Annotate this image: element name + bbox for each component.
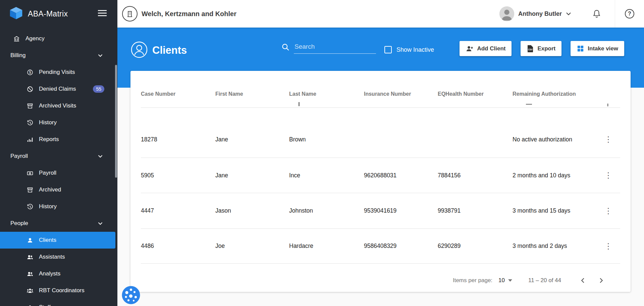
sidebar-item-clients[interactable]: Clients (0, 232, 115, 249)
sidebar-item-label: Agency (25, 35, 45, 42)
csv-file-icon: CSV (527, 45, 534, 53)
table-row[interactable]: 4447 Jason Johnston 9539041619 9938791 3… (141, 193, 620, 229)
chevron-down-icon (98, 222, 103, 225)
top-header: Welch, Kertzmann and Kohler Anthony Butl… (117, 0, 644, 28)
history-clock-icon (26, 203, 34, 210)
show-inactive-toggle[interactable]: Show Inactive (384, 46, 434, 53)
row-actions-menu-icon[interactable]: ⋮ (601, 132, 615, 146)
sidebar-item-payroll[interactable]: Payroll (0, 165, 117, 181)
clipped-row-fragment (299, 102, 300, 106)
help-button[interactable]: ? (615, 9, 644, 18)
sidebar-item-label: History (39, 119, 57, 126)
cell-last-name: Ince (289, 172, 364, 179)
clients-table-card: Case Number First Name Last Name Insuran… (130, 71, 631, 292)
user-menu-button[interactable]: Anthony Butler (499, 6, 571, 21)
sidebar-item-billing-history[interactable]: History (0, 114, 117, 131)
next-page-button[interactable] (596, 275, 606, 286)
column-header-first-name: First Name (215, 91, 289, 97)
notifications-bell-icon[interactable] (592, 9, 601, 18)
company-logo-icon (122, 6, 138, 21)
row-actions-menu-icon[interactable]: ⋮ (601, 239, 615, 253)
cell-insurance-number: 9586408329 (364, 243, 438, 250)
sidebar-item-pending-visits[interactable]: $ Pending Visits (0, 64, 117, 81)
sidebar-item-analysts[interactable]: Analysts (0, 265, 117, 282)
denied-claims-count-badge: 55 (93, 85, 104, 93)
chevron-down-icon (98, 54, 103, 57)
cell-case-number: 4486 (141, 243, 215, 250)
bar-chart-icon (26, 136, 34, 143)
sidebar-section-label: Billing (10, 52, 25, 59)
company-info: Welch, Kertzmann and Kohler (122, 6, 236, 21)
grid-view-icon (577, 45, 584, 52)
sidebar-item-label: Archived (39, 186, 61, 193)
cell-first-name: Jane (215, 136, 289, 143)
table-pagination: Items per page: 10 11 – 20 of 44 (141, 264, 620, 292)
sidebar-item-staff[interactable]: Staff (0, 299, 117, 306)
items-per-page-label: Items per page: (453, 277, 492, 284)
cookie-widget-button[interactable] (121, 285, 141, 305)
cell-last-name: Brown (289, 136, 364, 143)
sidebar-item-denied-claims[interactable]: Denied Claims 55 (0, 81, 117, 97)
intake-view-button[interactable]: Intake view (571, 41, 624, 56)
pagination-range: 11 – 20 of 44 (528, 277, 561, 284)
cell-remaining-authorization: No active authorization (513, 136, 596, 143)
header-actions: Anthony Butler ? (499, 0, 644, 28)
add-client-label: Add Client (477, 45, 505, 52)
building-icon (13, 35, 20, 42)
table-header-row: Case Number First Name Last Name Insuran… (141, 71, 620, 100)
sidebar-item-rbt-coordinators[interactable]: RBT Coordinators (0, 282, 117, 299)
sidebar-section-billing[interactable]: Billing (0, 47, 117, 64)
search-input[interactable] (294, 42, 376, 54)
app-logo-cube-icon (9, 6, 23, 22)
sidebar-item-label: Pending Visits (39, 69, 75, 76)
table-row[interactable]: 4486 Joe Hardacre 9586408329 6290289 3 m… (141, 229, 620, 264)
cell-last-name: Hardacre (289, 243, 364, 250)
sidebar-item-reports[interactable]: Reports (0, 131, 117, 148)
cell-first-name: Jason (215, 207, 289, 214)
sidebar-item-label: Analysts (39, 270, 60, 277)
page-title: Clients (152, 44, 187, 56)
sidebar-scrollbar[interactable] (115, 65, 117, 178)
items-per-page-select[interactable]: 10 (492, 277, 512, 284)
sidebar-section-label: People (10, 220, 28, 227)
items-per-page-value: 10 (498, 277, 505, 284)
show-inactive-checkbox (384, 46, 392, 53)
cell-case-number: 18278 (141, 136, 215, 143)
sidebar-item-assistants[interactable]: Assistants (0, 249, 117, 265)
sidebar-item-payroll-history[interactable]: History (0, 198, 117, 215)
sidebar-item-label: Staff (39, 304, 51, 306)
user-avatar (499, 6, 514, 21)
sidebar-item-agency[interactable]: Agency (0, 30, 117, 47)
cell-eqhealth-number: 6290289 (438, 243, 513, 250)
history-clock-icon (26, 119, 34, 126)
two-people-icon (26, 254, 34, 261)
sidebar-item-payroll-archived[interactable]: Archived (0, 181, 117, 198)
sidebar-nav: Agency Billing $ Pending Visits Denied C… (0, 28, 117, 306)
archive-box-icon (26, 102, 34, 110)
search-icon (281, 43, 290, 51)
chevron-left-icon (579, 276, 587, 285)
sidebar-item-archived-visits[interactable]: Archived Visits (0, 97, 117, 114)
user-name: Anthony Butler (518, 10, 562, 17)
chevron-right-icon (597, 276, 605, 285)
column-header-case-number: Case Number (141, 91, 215, 97)
previous-page-button[interactable] (578, 275, 588, 286)
table-row[interactable]: 18278 Jane Brown No active authorization… (141, 108, 620, 158)
payments-icon (26, 170, 34, 177)
sidebar-section-people[interactable]: People (0, 215, 117, 232)
row-actions-menu-icon[interactable]: ⋮ (601, 168, 615, 182)
hamburger-menu-icon[interactable] (96, 8, 109, 20)
column-header-eqhealth-number: EQHealth Number (438, 91, 513, 97)
sidebar-section-payroll[interactable]: Payroll (0, 148, 117, 165)
table-row[interactable]: 5905 Jane Ince 9620688031 7884156 2 mont… (141, 158, 620, 193)
add-client-button[interactable]: Add Client (460, 41, 512, 56)
page-title-group: Clients (130, 41, 187, 60)
svg-text:CSV: CSV (528, 48, 533, 50)
show-inactive-label: Show Inactive (396, 46, 434, 53)
cell-last-name: Johnston (289, 207, 364, 214)
cell-eqhealth-number: 7884156 (438, 172, 513, 179)
blocked-icon (26, 86, 34, 93)
row-actions-menu-icon[interactable]: ⋮ (601, 204, 615, 218)
export-label: Export (537, 45, 555, 52)
export-button[interactable]: CSV Export (521, 41, 561, 56)
